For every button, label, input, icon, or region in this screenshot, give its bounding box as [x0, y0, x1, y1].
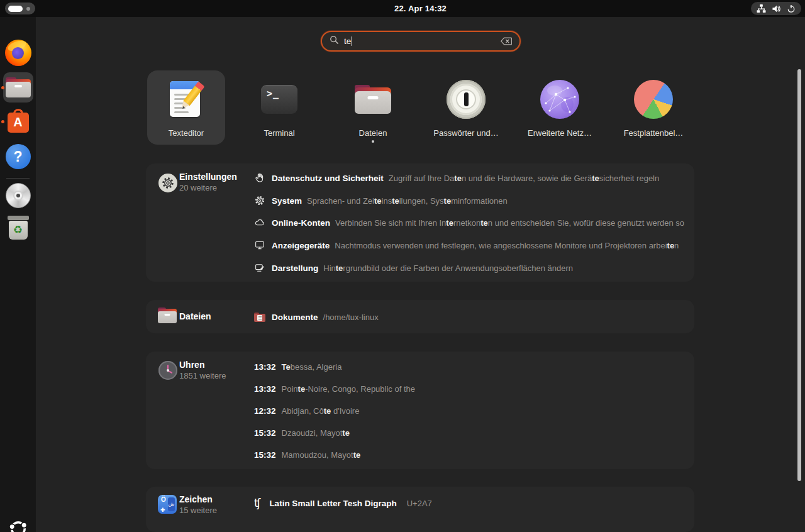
terminal-icon: >_ — [259, 79, 299, 119]
clock-time: 15:32 — [254, 428, 276, 438]
section-title[interactable]: Dateien — [179, 311, 211, 321]
monitor-icon — [254, 240, 265, 251]
section-subtitle[interactable]: 1851 weitere — [179, 371, 226, 380]
search-field[interactable]: te — [321, 31, 521, 52]
clock-place: Abidjan, Côte d'Ivoire — [282, 406, 360, 416]
search-icon — [330, 35, 339, 47]
show-apps-button[interactable] — [8, 519, 28, 532]
result-desc: Verbinden Sie sich mit Ihren Internetkon… — [335, 218, 684, 228]
files-running-dot — [1, 86, 4, 89]
result-title: Datenschutz und Sicherheit — [272, 174, 384, 183]
ubuntu-software-icon[interactable]: A — [6, 109, 30, 134]
text-editor-icon — [166, 79, 206, 119]
top-bar: 22. Apr 14:32 — [0, 0, 805, 17]
result-row-anzeigegeraete[interactable]: Anzeigegeräte Nachtmodus verwenden und f… — [254, 238, 684, 252]
result-title: System — [272, 196, 302, 206]
app-label: Dateien — [336, 128, 409, 138]
clock-time: 13:32 — [254, 362, 276, 372]
app-tile-passwoerter[interactable]: Passwörter und… — [427, 70, 505, 145]
app-label: Erweiterte Netz… — [523, 128, 596, 138]
cloud-icon — [254, 217, 265, 228]
result-path: /home/tux-linux — [323, 313, 379, 322]
dock-separator — [6, 178, 30, 179]
software-running-dot — [1, 120, 4, 123]
result-desc: Nachtmodus verwenden und festlegen, wie … — [335, 241, 679, 250]
clock-row[interactable]: 15:32 Dzaoudzi, Mayotte — [254, 426, 684, 440]
media-disc-icon[interactable] — [6, 183, 31, 208]
app-tile-erweiterte-netz[interactable]: Erweiterte Netz… — [521, 70, 599, 145]
files-section-icon[interactable] — [158, 308, 177, 323]
app-label: Terminal — [243, 128, 316, 138]
section-subtitle[interactable]: 15 weitere — [179, 506, 217, 515]
result-title: Online-Konten — [272, 218, 330, 228]
section-title[interactable]: Uhren — [179, 360, 204, 370]
clock-app-icon[interactable] — [158, 361, 177, 380]
section-subtitle[interactable]: 20 weitere — [179, 183, 217, 192]
app-label: Passwörter und… — [430, 128, 502, 138]
files-icon[interactable] — [3, 72, 33, 103]
clock-label[interactable]: 22. Apr 14:32 — [36, 0, 805, 17]
appearance-icon — [254, 262, 265, 274]
files-folder-glyph — [6, 77, 31, 97]
app-tile-terminal[interactable]: >_ Terminal — [240, 70, 318, 145]
clock-place: Tebessa, Algeria — [282, 362, 342, 372]
workspace-indicator[interactable] — [5, 3, 35, 14]
app-tile-festplatten[interactable]: Festplattenbel… — [614, 70, 692, 145]
character-glyph: ʧ — [254, 497, 260, 509]
clock-row[interactable]: 13:32 Pointe-Noire, Congo, Republic of t… — [254, 382, 684, 396]
character-row[interactable]: ʧ Latin Small Letter Tesh Digraph U+2A7 — [254, 496, 684, 510]
power-icon — [787, 4, 796, 13]
clock-time: 12:32 — [254, 406, 276, 416]
firefox-icon[interactable] — [5, 40, 31, 66]
hand-icon — [254, 172, 265, 184]
workspace-active-pill — [8, 6, 23, 12]
gear-icon — [254, 195, 265, 206]
result-title: Darstellung — [272, 263, 318, 273]
result-row-dokumente[interactable]: Dokumente /home/tux-linux — [254, 310, 684, 324]
result-row-darstellung[interactable]: Darstellung Hintergrundbild oder die Far… — [254, 261, 684, 275]
files-folder-icon — [353, 79, 393, 119]
keys-keyhole-icon — [446, 79, 486, 119]
result-title: Dokumente — [272, 313, 318, 322]
result-title: Anzeigegeräte — [272, 241, 330, 250]
clear-backspace-icon[interactable] — [501, 37, 512, 45]
help-icon[interactable]: ? — [6, 144, 31, 169]
app-label: Texteditor — [150, 128, 223, 138]
result-row-system[interactable]: System Sprachen- und Zeiteinstellungen, … — [254, 194, 684, 208]
app-tile-dateien[interactable]: Dateien — [334, 70, 412, 145]
text-caret — [352, 36, 352, 46]
result-row-online-konten[interactable]: Online-Konten Verbinden Sie sich mit Ihr… — [254, 216, 684, 230]
character-name: Latin Small Letter Tesh Digraph — [269, 499, 396, 508]
search-input-value[interactable]: te — [344, 36, 351, 46]
results-scrollbar[interactable] — [797, 69, 801, 481]
app-tile-texteditor[interactable]: Texteditor — [147, 70, 225, 145]
character-codepoint: U+2A7 — [407, 499, 432, 508]
clock-row[interactable]: 15:32 Mamoudzou, Mayotte — [254, 448, 684, 462]
files-results-card: Dateien Dokumente /home/tux-linux — [146, 300, 694, 333]
system-status-area[interactable] — [751, 2, 801, 15]
result-row-datenschutz[interactable]: Datenschutz und Sicherheit Zugriff auf I… — [254, 171, 684, 185]
characters-results-card: Öش✚ Zeichen 15 weitere ʧ Latin Small Let… — [146, 487, 694, 532]
characters-app-icon[interactable]: Öش✚ — [158, 495, 177, 514]
trash-icon[interactable]: ♻ — [8, 216, 29, 240]
clock-time: 13:32 — [254, 384, 276, 394]
running-indicator-dot — [372, 140, 374, 143]
network-globe-icon — [540, 79, 580, 119]
clock-row[interactable]: 13:32 Tebessa, Algeria — [254, 360, 684, 374]
clock-row[interactable]: 12:32 Abidjan, Côte d'Ivoire — [254, 404, 684, 418]
dock: A ? ♻ — [0, 17, 36, 532]
clocks-results-card: Uhren 1851 weitere 13:32 Tebessa, Algeri… — [146, 352, 694, 469]
result-desc: Sprachen- und Zeiteinstellungen, Systemi… — [307, 196, 508, 206]
gnome-activities-overview: 22. Apr 14:32 A ? — [0, 0, 805, 532]
settings-gear-icon[interactable] — [158, 174, 177, 192]
ubuntu-logo-icon — [8, 519, 28, 532]
folder-document-icon — [254, 313, 265, 322]
section-title[interactable]: Einstellungen — [179, 172, 237, 182]
app-label: Festplattenbel… — [617, 128, 690, 138]
section-title[interactable]: Zeichen — [179, 494, 213, 504]
settings-results-card: Einstellungen 20 weitere Datenschutz und… — [146, 163, 694, 282]
network-wired-icon — [757, 4, 766, 13]
clock-place: Dzaoudzi, Mayotte — [282, 428, 350, 438]
clock-place: Pointe-Noire, Congo, Republic of the — [282, 384, 415, 394]
clock-place: Mamoudzou, Mayotte — [282, 450, 361, 460]
